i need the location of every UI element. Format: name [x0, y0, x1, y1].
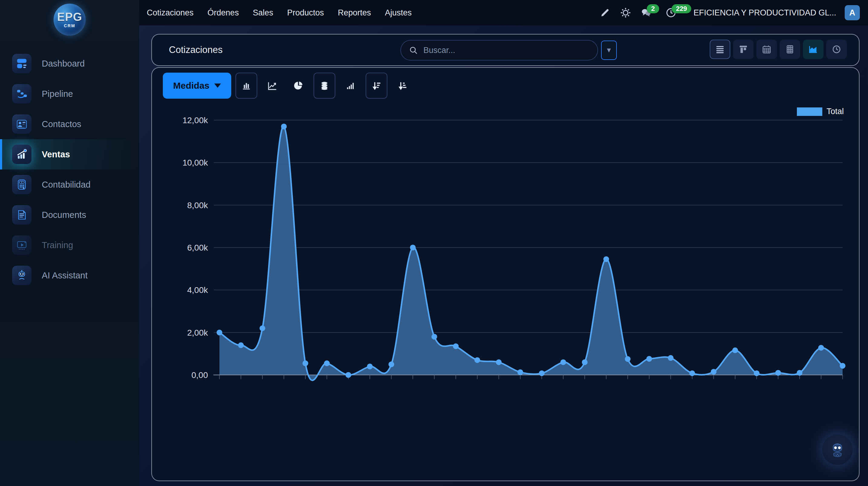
nav-reportes[interactable]: Reportes: [338, 8, 371, 18]
nav-ajustes[interactable]: Ajustes: [385, 8, 412, 18]
history-view-button[interactable]: [826, 40, 847, 59]
nav-ordenes[interactable]: Órdenes: [208, 8, 239, 18]
svg-text:2,00k: 2,00k: [187, 328, 208, 337]
chevron-down-icon: ▼: [606, 46, 612, 54]
sales-icon: [12, 145, 31, 164]
sidebar-item-contactos[interactable]: Contactos: [0, 109, 139, 139]
list-view-icon: [715, 44, 725, 54]
search-filter-dropdown-button[interactable]: ▼: [601, 40, 617, 60]
history-badge: 229: [672, 4, 691, 13]
chart-panel: Medidas: [151, 67, 860, 481]
sidebar-item-ventas[interactable]: Ventas: [0, 139, 139, 170]
sidebar-item-label: Pipeline: [42, 89, 73, 99]
logo-area: EPG CRM: [0, 0, 139, 39]
sidebar-item-label: Documents: [42, 210, 86, 220]
robot-icon: [828, 440, 847, 459]
nav-productos[interactable]: Productos: [287, 8, 324, 18]
settings-gear-icon[interactable]: [620, 7, 632, 19]
sidebar: EPG CRM Dashboard Pipeline Contactos: [0, 0, 139, 486]
contacts-icon: [12, 114, 31, 134]
sidebar-item-label: Dashboard: [42, 59, 85, 69]
search-box[interactable]: [400, 40, 598, 61]
search-icon: [409, 46, 418, 55]
svg-text:12,00k: 12,00k: [183, 116, 208, 125]
calendar-view-icon: [762, 44, 771, 54]
ai-assistant-icon: [12, 266, 31, 285]
sales-area-chart[interactable]: 0,002,00k4,00k6,00k8,00k10,00k12,00k: [152, 68, 860, 481]
table-view-button[interactable]: [780, 40, 800, 59]
company-title: EFICIENCIA Y PRODUCTIVIDAD GL...: [693, 8, 836, 18]
pipeline-icon: [12, 84, 31, 103]
topbar: Cotizaciones Órdenes Sales Productos Rep…: [139, 0, 868, 25]
chat-badge: 2: [647, 4, 659, 13]
search-input[interactable]: [424, 46, 581, 55]
svg-text:6,00k: 6,00k: [187, 243, 208, 252]
nav-sales[interactable]: Sales: [253, 8, 273, 18]
sidebar-item-label: AI Assistant: [42, 271, 88, 280]
svg-text:€: €: [21, 181, 22, 183]
sidebar-item-contabilidad[interactable]: € Contabilidad: [0, 170, 139, 200]
svg-text:10,00k: 10,00k: [183, 158, 208, 168]
svg-text:8,00k: 8,00k: [187, 201, 208, 210]
history-view-icon: [832, 44, 841, 54]
sidebar-item-training[interactable]: Training: [0, 230, 139, 260]
chat-icon[interactable]: 2: [640, 7, 652, 19]
history-clock-icon[interactable]: 229: [665, 7, 677, 19]
pencil-icon[interactable]: [599, 7, 611, 19]
accounting-icon: €: [12, 175, 31, 194]
training-icon: [12, 236, 31, 255]
area-chart-view-icon: [808, 44, 818, 54]
sidebar-item-ai-assistant[interactable]: AI Assistant: [0, 260, 139, 291]
user-avatar[interactable]: A: [845, 5, 860, 20]
sidebar-item-documents[interactable]: Documents: [0, 200, 139, 230]
documents-icon: [12, 205, 31, 224]
table-view-icon: [785, 44, 795, 54]
sidebar-item-label: Contactos: [42, 119, 82, 129]
area-chart-view-button[interactable]: [803, 40, 824, 59]
view-toggle-group: [710, 40, 847, 59]
top-navigation: Cotizaciones Órdenes Sales Productos Rep…: [147, 8, 412, 18]
main-content: Cotizaciones ▼: [139, 25, 868, 486]
svg-text:0,00: 0,00: [192, 370, 208, 380]
kanban-view-button[interactable]: [733, 40, 753, 59]
dashboard-icon: [12, 54, 31, 73]
logo-text: EPG: [57, 11, 82, 23]
kanban-view-icon: [739, 44, 748, 54]
calendar-view-button[interactable]: [756, 40, 777, 59]
sidebar-item-pipeline[interactable]: Pipeline: [0, 79, 139, 109]
sidebar-menu: Dashboard Pipeline Contactos Ventas € Co…: [0, 49, 139, 291]
sidebar-item-dashboard[interactable]: Dashboard: [0, 49, 139, 79]
sidebar-item-label: Ventas: [42, 150, 70, 159]
nav-cotizaciones[interactable]: Cotizaciones: [147, 8, 194, 18]
epg-crm-logo[interactable]: EPG CRM: [54, 4, 86, 36]
svg-text:4,00k: 4,00k: [187, 285, 208, 295]
page-title: Cotizaciones: [169, 44, 222, 55]
list-view-button[interactable]: [710, 40, 730, 59]
topbar-right: 2 229 EFICIENCIA Y PRODUCTIVIDAD GL... A: [599, 5, 868, 20]
sidebar-item-label: Contabilidad: [42, 180, 91, 190]
ai-chatbot-button[interactable]: [822, 434, 852, 465]
page-header-panel: Cotizaciones ▼: [151, 34, 860, 66]
logo-subtext: CRM: [64, 23, 75, 28]
sidebar-item-label: Training: [42, 240, 73, 250]
